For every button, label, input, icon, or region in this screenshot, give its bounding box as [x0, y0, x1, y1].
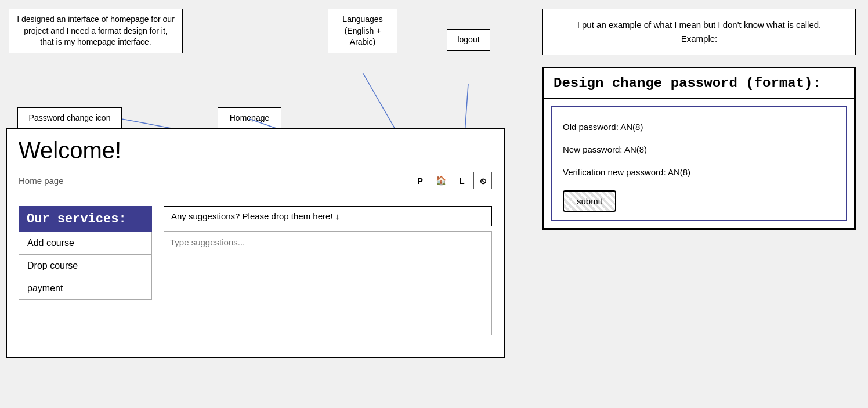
languages-callout: Languages (English + Arabic) — [328, 9, 397, 53]
logout-callout: logout — [447, 29, 490, 51]
suggestions-header: Any suggestions? Please drop them here! … — [164, 206, 492, 226]
logout-icon-button[interactable]: ⎋ — [473, 172, 492, 189]
suggestions-textarea[interactable] — [164, 231, 492, 335]
verification-password-field: Verification new password: AN(8) — [563, 161, 836, 183]
password-form-inner: Old password: AN(8) New password: AN(8) … — [551, 106, 847, 221]
new-password-field: New password: AN(8) — [563, 138, 836, 161]
right-callout: I put an example of what I mean but I do… — [542, 9, 856, 55]
password-form-outer: Design change password (format): Old pas… — [542, 67, 856, 230]
service-item-payment[interactable]: payment — [19, 277, 151, 299]
nav-home-text: Home page — [19, 176, 64, 186]
main-interface: Welcome! Home page P 🏠 L ⎋ Our services:… — [6, 128, 505, 358]
service-item-add-course[interactable]: Add course — [19, 232, 151, 255]
home-icon-button[interactable]: 🏠 — [432, 172, 450, 189]
password-form-title: Design change password (format): — [544, 68, 854, 99]
services-section: Our services: Add course Drop course pay… — [19, 206, 152, 345]
old-password-field: Old password: AN(8) — [563, 115, 836, 138]
right-callout-text: I put an example of what I mean but I do… — [577, 20, 822, 44]
password-icon-callout: Password change icon — [17, 107, 122, 129]
right-panel: I put an example of what I mean but I do… — [542, 9, 856, 230]
nav-icons: P 🏠 L ⎋ — [411, 172, 492, 189]
description-callout: I designed an interface of homepage for … — [9, 9, 183, 53]
service-item-drop-course[interactable]: Drop course — [19, 255, 151, 277]
main-body: Our services: Add course Drop course pay… — [7, 194, 504, 357]
main-header: Welcome! — [7, 129, 504, 167]
welcome-title: Welcome! — [19, 138, 492, 164]
password-icon-button[interactable]: P — [411, 172, 429, 189]
services-header: Our services: — [19, 206, 152, 232]
services-list: Add course Drop course payment — [19, 232, 152, 300]
language-icon-button[interactable]: L — [453, 172, 471, 189]
homepage-callout: Homepage — [218, 107, 281, 129]
nav-bar: Home page P 🏠 L ⎋ — [7, 167, 504, 194]
submit-button[interactable]: submit — [563, 190, 616, 212]
suggestions-section: Any suggestions? Please drop them here! … — [164, 206, 492, 345]
